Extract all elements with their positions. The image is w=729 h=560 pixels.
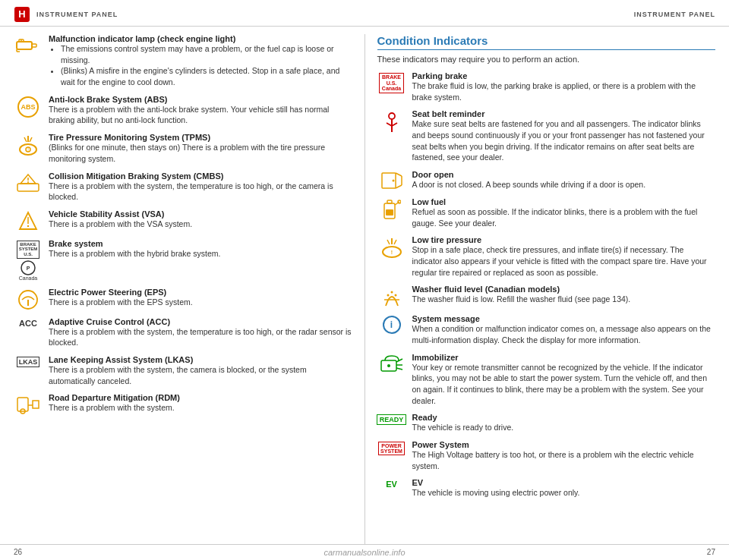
- list-item: ! Tire Pressure Monitoring System (TPMS)…: [14, 133, 352, 164]
- svg-point-36: [392, 180, 394, 182]
- lkas-name: Lane Keeping Assist System (LKAS): [49, 355, 352, 364]
- brake-circle-svg: P: [18, 260, 38, 275]
- svg-text:!: !: [390, 250, 392, 255]
- door-open-desc: A door is not closed. A beep sounds whil…: [412, 179, 716, 190]
- rdm-desc: There is a problem with the system.: [49, 402, 352, 414]
- svg-point-17: [27, 181, 29, 183]
- vsa-desc: There is a problem with the VSA system.: [49, 219, 352, 230]
- svg-rect-39: [387, 200, 392, 203]
- svg-line-30: [387, 123, 392, 126]
- parking-brake-text: Parking brake The brake fluid is low, th…: [412, 71, 716, 102]
- vsa-icon: [14, 209, 43, 232]
- malfunction-text: Malfunction indicator lamp (check engine…: [49, 34, 352, 88]
- header-left: H INSTRUMENT PANEL: [14, 6, 118, 23]
- rdm-text: Road Departure Mitigation (RDM) There is…: [49, 393, 352, 414]
- system-message-icon: i: [377, 314, 406, 334]
- acc-text: Adaptive Cruise Control (ACC) There is a…: [49, 317, 352, 348]
- rdm-name: Road Departure Mitigation (RDM): [49, 393, 352, 402]
- fuel-svg: [383, 199, 401, 220]
- system-message-name: System message: [412, 314, 716, 323]
- svg-rect-38: [386, 209, 393, 216]
- immobilizer-icon: [377, 353, 406, 373]
- tpms-name: Tire Pressure Monitoring System (TPMS): [49, 133, 352, 142]
- malfunction-icon: [14, 34, 43, 55]
- abs-name: Anti-lock Brake System (ABS): [49, 95, 352, 104]
- header-right: INSTRUMENT PANEL: [634, 11, 715, 18]
- seatbelt-name: Seat belt reminder: [412, 109, 716, 118]
- ev-label: EV: [386, 480, 397, 489]
- svg-point-48: [387, 294, 389, 297]
- svg-point-52: [387, 364, 390, 367]
- abs-desc: There is a problem with the anti-lock br…: [49, 104, 352, 126]
- eps-svg: !: [17, 289, 39, 310]
- svg-point-28: [389, 113, 395, 119]
- list-item: ABS Anti-lock Brake System (ABS) There i…: [14, 95, 352, 126]
- low-tire-icon: !: [377, 235, 406, 258]
- list-item: ACC Adaptive Cruise Control (ACC) There …: [14, 317, 352, 348]
- immo-svg: [380, 354, 404, 373]
- svg-line-10: [24, 137, 27, 142]
- parking-brake-name: Parking brake: [412, 71, 716, 80]
- page: H INSTRUMENT PANEL INSTRUMENT PANEL: [0, 0, 729, 560]
- abs-text: Anti-lock Brake System (ABS) There is a …: [49, 95, 352, 126]
- list-item: ! Electric Power Steering (EPS) There is…: [14, 288, 352, 310]
- power-label2: SYSTEM: [380, 448, 402, 454]
- low-fuel-icon: [377, 197, 406, 220]
- footer: 26 carmanualsonline.info 27: [0, 544, 729, 560]
- vsa-text: Vehicle Stability Assist (VSA) There is …: [49, 209, 352, 230]
- list-item: LKAS Lane Keeping Assist System (LKAS) T…: [14, 355, 352, 386]
- lkas-text: Lane Keeping Assist System (LKAS) There …: [49, 355, 352, 386]
- lkas-icon: LKAS: [14, 355, 43, 367]
- right-column: Condition Indicators These indicators ma…: [365, 34, 730, 544]
- ready-desc: The vehicle is ready to drive.: [412, 422, 716, 433]
- lkas-desc: There is a problem with the system, the …: [49, 364, 352, 386]
- list-item: The emissions control system may have a …: [61, 43, 352, 65]
- low-fuel-desc: Refuel as soon as possible. If the indic…: [412, 206, 716, 228]
- rdm-icon: [14, 393, 43, 414]
- low-fuel-name: Low fuel: [412, 197, 716, 206]
- immobilizer-text: Immobilizer Your key or remote transmitt…: [412, 353, 716, 407]
- svg-point-19: [27, 225, 29, 227]
- acc-name: Adaptive Cruise Control (ACC): [49, 317, 352, 326]
- power-label1: POWER: [380, 443, 402, 448]
- tire-svg: !: [380, 237, 403, 258]
- door-open-icon: [377, 170, 406, 190]
- brake-right-line2: U.S.: [382, 80, 401, 87]
- list-item: EV EV The vehicle is moving using electr…: [377, 478, 716, 499]
- door-open-name: Door open: [412, 170, 716, 179]
- ev-desc: The vehicle is moving using electric pow…: [412, 487, 716, 499]
- brake-text: Brake system There is a problem with the…: [49, 239, 352, 260]
- content: Malfunction indicator lamp (check engine…: [0, 27, 729, 544]
- brake-label1: BRAKE: [19, 242, 38, 247]
- washer-fluid-name: Washer fluid level (Canadian models): [412, 285, 716, 294]
- svg-line-35: [396, 185, 402, 188]
- svg-text:P: P: [27, 266, 30, 271]
- list-item: Immobilizer Your key or remote transmitt…: [377, 353, 716, 407]
- watermark: carmanualsonline.info: [323, 548, 405, 557]
- ready-name: Ready: [412, 413, 716, 422]
- vsa-name: Vehicle Stability Assist (VSA): [49, 209, 352, 219]
- svg-point-50: [394, 294, 396, 297]
- malfunction-bullets: The emissions control system may have a …: [49, 43, 352, 88]
- low-tire-text: Low tire pressure Stop in a safe place, …: [412, 235, 716, 278]
- brake-right-line1: BRAKE: [382, 74, 401, 80]
- immobilizer-name: Immobilizer: [412, 353, 716, 362]
- list-item: POWER SYSTEM Power System The High Volta…: [377, 440, 716, 471]
- brake-desc: There is a problem with the hybrid brake…: [49, 248, 352, 260]
- left-column: Malfunction indicator lamp (check engine…: [0, 34, 365, 544]
- low-tire-name: Low tire pressure: [412, 235, 716, 244]
- list-item: BRAKE SYSTEM U.S. P Canada Brake system …: [14, 239, 352, 281]
- svg-text:H: H: [18, 8, 25, 20]
- page-number-right: 27: [707, 548, 715, 557]
- engine-svg: [15, 36, 41, 55]
- system-message-desc: When a condition or malfunction indicato…: [412, 323, 716, 345]
- brake-canada-label: Canada: [19, 275, 38, 281]
- cmbs-text: Collision Mitigation Braking System (CMB…: [49, 171, 352, 203]
- section-subtitle: These indicators may require you to perf…: [377, 55, 716, 64]
- list-item: ! Low tire pressure Stop in a safe place…: [377, 235, 716, 278]
- door-svg: [380, 171, 403, 190]
- header-left-title: INSTRUMENT PANEL: [36, 11, 118, 18]
- parking-brake-icon: BRAKE U.S. Canada: [377, 71, 406, 93]
- cmbs-svg: [16, 173, 40, 193]
- page-number-left: 26: [14, 548, 22, 557]
